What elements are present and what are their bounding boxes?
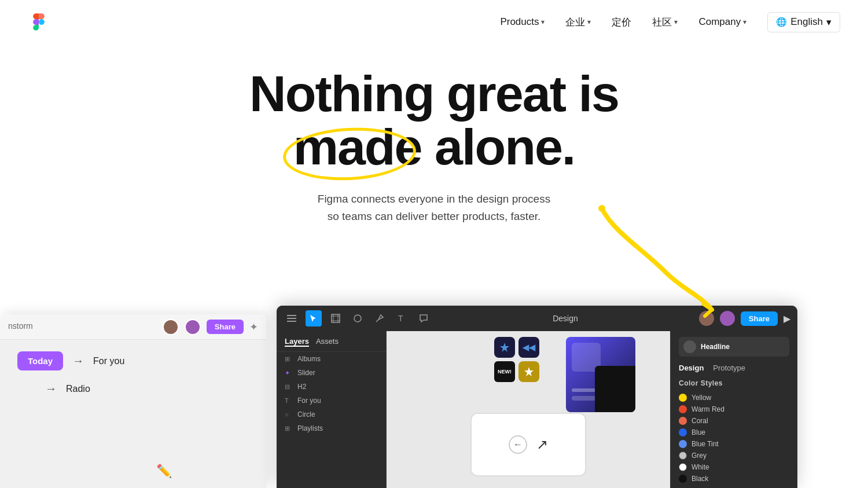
- figma-body: Layers Assets ⊞ Albums ✦ Slider ⊟ H2 T F…: [277, 331, 797, 488]
- menu-icon[interactable]: [284, 310, 300, 326]
- swatch-grey: [679, 452, 687, 460]
- color-styles-title: Color Styles: [679, 379, 789, 387]
- flow-diagram: Today → For you → Radio: [0, 340, 142, 488]
- color-yellow[interactable]: Yellow: [679, 392, 789, 403]
- comment-tool-icon[interactable]: [415, 310, 432, 326]
- layer-albums[interactable]: ⊞ Albums: [277, 352, 386, 366]
- nav-pricing[interactable]: 定价: [612, 16, 631, 29]
- layer-playlists[interactable]: ⊞ Playlists: [277, 421, 386, 435]
- color-grey[interactable]: Grey: [679, 450, 789, 461]
- star-icon[interactable]: ✦: [249, 321, 258, 333]
- hero-subtitle: Figma connects everyone in the design pr…: [0, 190, 868, 226]
- left-toolbar: nstorm Share ✦: [0, 314, 266, 340]
- avatar-toolbar1: [699, 311, 714, 326]
- flow-arrow-icon: →: [72, 354, 84, 368]
- svg-point-9: [354, 315, 361, 322]
- layers-panel: Layers Assets ⊞ Albums ✦ Slider ⊟ H2 T F…: [277, 331, 387, 488]
- swatch-coral: [679, 417, 687, 425]
- panel-tabs: Layers Assets: [277, 337, 386, 352]
- nav-company[interactable]: Company ▾: [698, 16, 746, 28]
- layer-circle[interactable]: ○ Circle: [277, 408, 386, 421]
- hero-title-line1: Nothing great is: [0, 67, 868, 120]
- cursor-icon: ↗: [536, 436, 548, 453]
- tab-design[interactable]: Design: [679, 364, 704, 372]
- svg-rect-3: [287, 321, 296, 322]
- left-ui-panel: nstorm Share ✦ Today → For you → Radio: [0, 314, 266, 488]
- swatch-blue: [679, 428, 687, 436]
- canvas-white-card: ← ↗: [470, 413, 586, 476]
- text-icon: ⊟: [285, 383, 293, 391]
- text-tool-icon[interactable]: T: [393, 310, 410, 326]
- shape-tool-icon[interactable]: [350, 310, 366, 326]
- select-tool-icon[interactable]: [306, 310, 322, 326]
- nav-links: Products ▾ 企业 ▾ 定价 社区 ▾ Company ▾ 🌐 Engl…: [500, 12, 840, 32]
- toolbar-center-label: Design: [437, 314, 693, 323]
- hero-title: Nothing great is made alone.: [0, 67, 868, 174]
- canvas-area[interactable]: ← ↗ ◀◀ NEW!: [387, 331, 670, 488]
- proto-icon-new: NEW!: [494, 361, 515, 382]
- nav-enterprise[interactable]: 企业 ▾: [565, 16, 591, 29]
- chevron-down-icon: ▾: [826, 16, 832, 28]
- left-body: Today → For you → Radio: [0, 340, 266, 488]
- edit-pencil-icon[interactable]: ✏️: [156, 464, 172, 479]
- chevron-down-icon: ▾: [674, 18, 678, 26]
- swatch-blue-tint: [679, 440, 687, 448]
- figma-ui-mockup: T Design Share ▶ Layers Assets ⊞ Albums: [277, 306, 797, 488]
- color-coral[interactable]: Coral: [679, 415, 789, 427]
- flow-label-foryou[interactable]: For you: [93, 356, 124, 366]
- partial-title: nstorm: [8, 321, 33, 331]
- flow-arrow-icon2: →: [45, 382, 57, 395]
- share-button-left[interactable]: Share: [207, 320, 244, 334]
- svg-rect-1: [287, 315, 296, 316]
- chevron-down-icon: ▾: [541, 18, 545, 26]
- layer-foryou[interactable]: T For you: [277, 394, 386, 408]
- flow-item-radio: → Radio: [45, 382, 124, 395]
- play-icon[interactable]: ▶: [784, 313, 790, 324]
- frame-icon: ⊞: [285, 355, 293, 363]
- color-warm-red[interactable]: Warm Red: [679, 403, 789, 415]
- headline-avatar: [683, 340, 696, 353]
- navigation: Products ▾ 企业 ▾ 定价 社区 ▾ Company ▾ 🌐 Engl…: [0, 0, 868, 44]
- svg-text:T: T: [398, 314, 403, 323]
- share-button[interactable]: Share: [741, 311, 778, 326]
- avatar-toolbar2: [720, 311, 735, 326]
- proto-icon-row2: NEW!: [494, 361, 539, 382]
- tab-prototype[interactable]: Prototype: [713, 364, 745, 372]
- color-blue-tint[interactable]: Blue Tint: [679, 438, 789, 450]
- proto-icon-row1: ◀◀: [494, 337, 539, 358]
- tab-layers[interactable]: Layers: [285, 337, 309, 347]
- swatch-warm-red: [679, 405, 687, 413]
- color-black[interactable]: Black: [679, 473, 789, 485]
- figma-toolbar: T Design Share ▶: [277, 306, 797, 331]
- layer-slider[interactable]: ✦ Slider: [277, 366, 386, 380]
- flow-item-today: Today → For you: [17, 351, 124, 370]
- swatch-yellow: [679, 394, 687, 402]
- nav-products[interactable]: Products ▾: [500, 16, 545, 28]
- color-list: Yellow Warm Red Coral Blue Blue Tint: [679, 392, 789, 485]
- proto-icon-star-gold: [518, 361, 539, 382]
- swatch-white: [679, 463, 687, 471]
- color-white[interactable]: White: [679, 461, 789, 473]
- flow-pill-today[interactable]: Today: [17, 351, 63, 370]
- tab-assets[interactable]: Assets: [316, 337, 339, 347]
- proto-icon-rewind: ◀◀: [518, 337, 539, 358]
- color-blue[interactable]: Blue: [679, 427, 789, 438]
- nav-community[interactable]: 社区 ▾: [652, 16, 678, 29]
- flow-label-radio[interactable]: Radio: [66, 384, 90, 394]
- hero-section: Nothing great is made alone. Figma conne…: [0, 44, 868, 226]
- frame-tool-icon[interactable]: [328, 310, 344, 326]
- language-selector[interactable]: 🌐 English ▾: [767, 12, 840, 32]
- globe-icon: 🌐: [776, 17, 787, 27]
- left-partial-panel: nstorm Share ✦ Today → For you → Radio: [0, 303, 266, 488]
- pen-tool-icon[interactable]: [372, 310, 388, 326]
- svg-rect-4: [332, 314, 340, 322]
- proto-icons-cluster: ◀◀ NEW!: [494, 337, 539, 382]
- circle-icon: ○: [285, 411, 293, 418]
- right-panel-tabs: Design Prototype: [679, 364, 789, 372]
- proto-icon-star-blue: [494, 337, 515, 358]
- right-panel: Headline Design Prototype Color Styles Y…: [670, 331, 797, 488]
- layer-h2[interactable]: ⊟ H2: [277, 380, 386, 394]
- text-t-icon: T: [285, 397, 293, 404]
- logo[interactable]: [28, 6, 50, 38]
- made-word: made: [293, 120, 422, 174]
